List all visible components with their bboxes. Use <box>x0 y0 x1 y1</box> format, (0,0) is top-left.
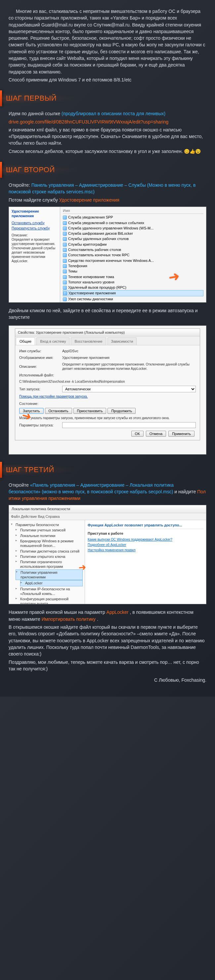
arrow-annotation-icon: ➜ <box>78 561 86 574</box>
cancel-button[interactable]: Отмена <box>146 431 166 437</box>
secpol-info-link[interactable]: Какие выпуски ОС Windows поддерживают Ap… <box>88 537 204 542</box>
service-row[interactable]: Телефония <box>63 263 204 269</box>
step3-after3: Поздравляю, мои любимые, теперь можете к… <box>9 659 206 673</box>
service-row[interactable]: Тополог канального уровня <box>63 280 204 285</box>
service-row[interactable]: Служба уведомления SPP <box>63 215 204 220</box>
step2-path-blue: Панель управления – Администрирование – … <box>9 183 196 194</box>
services-restart-link[interactable]: Перезапустить службу <box>11 226 57 231</box>
step1-hint-blue: (продублировал в описании поста для лени… <box>62 111 165 116</box>
params-label: Параметры запуска: <box>19 423 62 428</box>
service-row[interactable]: Сопоставитель рабочих столов <box>63 247 204 252</box>
apply-button[interactable]: Применить <box>168 431 194 437</box>
step1-text3: Список веселых дебилов, которые заслужил… <box>9 149 183 154</box>
service-name-label: Имя службы: <box>19 348 62 353</box>
ok-button[interactable]: ОК <box>131 431 144 437</box>
step3-intro: Откройте «Панель управления – Администри… <box>9 482 206 502</box>
description-label: Описание: <box>19 364 62 369</box>
service-row[interactable]: Служба шифрования дисков BitLocker <box>63 231 204 236</box>
tree-item[interactable]: Брандмауэр Windows в режиме повышенной б… <box>16 538 83 549</box>
intro-block: Многие из вас, сталкивались с неприятным… <box>9 8 206 83</box>
display-name-value: Удостоверение приложения <box>62 355 196 360</box>
tree-item[interactable]: Конфигурация расширенной политики аудита <box>16 596 83 604</box>
exe-value: C:\Windows\system32\svchost.exe -k Local… <box>19 379 196 384</box>
service-row[interactable]: Теневое копирование тома <box>63 274 204 280</box>
step1-drive-link[interactable]: drive.google.com/file/d/0B28hnCUFU3LlVFV… <box>9 119 168 124</box>
services-sidebar: Удостоверение приложения Остановить служ… <box>9 207 60 302</box>
step3-after: Нажмите правой кнопкой мыши на параметр … <box>9 609 206 683</box>
secpol-panel-sub: Приступая к работе <box>88 531 204 536</box>
service-row[interactable]: Сопоставитель конечных точек RPC <box>63 252 204 258</box>
stop-button[interactable]: Остановить <box>45 408 72 414</box>
intro-line2: Способ применим для Windows 7 и её потом… <box>9 76 206 83</box>
tree-item-applocker[interactable]: AppLocker <box>20 580 83 586</box>
properties-tabs: Общие Вход в систему Восстановление Зави… <box>15 336 200 345</box>
tab-logon[interactable]: Вход в систему <box>36 337 70 345</box>
exe-label: Исполняемый файл: <box>19 373 62 377</box>
params-input[interactable] <box>62 422 196 428</box>
step1-emoji: 😊👍😉 <box>184 149 201 154</box>
tree-item[interactable]: Политики учетных записей <box>16 527 83 533</box>
tab-general[interactable]: Общие <box>16 337 35 345</box>
step2-intro: Откройте: Панель управления – Администри… <box>9 182 206 203</box>
startup-type-select[interactable]: Автоматически <box>62 386 196 392</box>
step1-header: ШАГ ПЕРВЫЙ <box>0 91 206 106</box>
tree-item-app-policies[interactable]: Политики управления приложениями <box>16 570 83 581</box>
tab-deps[interactable]: Зависимости <box>108 337 137 345</box>
tree-item[interactable]: Политики диспетчера списка сетей <box>16 549 83 554</box>
service-row-highlight[interactable]: Удостоверение приложения <box>63 290 204 296</box>
tree-item[interactable]: Политики ограниченного использования про… <box>16 559 83 570</box>
service-row[interactable]: Службы криптографии <box>63 242 204 247</box>
services-desc-text: Определяет и проверяет удостоверение при… <box>11 237 57 263</box>
step3-after2: В открывшемся окошке найдите файл которы… <box>9 624 206 657</box>
secpol-info-link[interactable]: Настройка применения правил <box>88 548 204 552</box>
step2-title: ШАГ ВТОРОЙ <box>6 165 55 175</box>
step3-bar <box>0 462 2 478</box>
step3-open-label: Откройте <box>9 482 30 488</box>
secpol-main-panel: Функция AppLocker позволяет управлять до… <box>85 520 206 604</box>
step2-bar <box>0 162 2 178</box>
service-properties-screenshot: Свойства: Удостоверение приложения (Лока… <box>9 325 206 455</box>
step1-body: Идем по данной ссылке (продублировал в о… <box>9 110 206 154</box>
step3-path-blue: «Панель управления – Администрирование –… <box>9 482 174 494</box>
services-sidebar-title: Удостоверение приложения <box>11 209 57 218</box>
service-row[interactable]: Служба уведомлений о системных событиях <box>63 220 204 226</box>
status-label: Состояние: <box>19 401 62 406</box>
step2-header: ШАГ ВТОРОЙ <box>0 162 206 178</box>
service-row[interactable]: Службы удаленных рабочих столов <box>63 236 204 241</box>
service-row[interactable]: Узел системы диагностики <box>63 296 204 302</box>
step3-header: ШАГ ТРЕТИЙ <box>0 462 206 478</box>
step1-text1: Идем по данной ссылке <box>9 111 60 116</box>
services-screenshot: Удостоверение приложения Остановить служ… <box>9 207 206 302</box>
tree-item[interactable]: Политики открытого ключа <box>16 554 83 559</box>
description-value: Определяет и проверяет удостоверение при… <box>62 362 196 371</box>
step1-title: ШАГ ПЕРВЫЙ <box>6 93 57 103</box>
secpol-tree: Параметры безопасности Политики учетных … <box>9 520 85 604</box>
service-row[interactable]: Служба удаленного управления Windows (WS… <box>63 226 204 231</box>
services-col-header: Имя <box>63 208 204 214</box>
params-note: Можно указать параметры запуска, применя… <box>19 416 196 420</box>
tree-item[interactable]: Политики IP-безопасности на «Локальный к… <box>16 586 83 597</box>
tab-recovery[interactable]: Восстановление <box>71 337 106 345</box>
secpol-info-link[interactable]: Подробнее об AppLocker <box>88 542 204 547</box>
tree-root[interactable]: Параметры безопасности <box>11 522 83 527</box>
step1-bar <box>0 91 2 106</box>
display-name-label: Отображаемое имя: <box>19 355 62 360</box>
step3-applocker-orange: AppLocker <box>106 609 129 615</box>
resume-button[interactable]: Продолжить <box>108 408 136 414</box>
tree-item[interactable]: Локальные политики <box>16 533 83 538</box>
step3-rclick-text3: . <box>97 616 98 622</box>
services-desc-label: Описание: <box>11 233 57 237</box>
step2-service-name-orange: Удостоверение приложения <box>59 197 119 203</box>
secpol-menu[interactable]: Файл Действие Вид Справка <box>9 513 206 520</box>
service-row[interactable]: Темы <box>63 269 204 274</box>
properties-title: Свойства: Удостоверение приложения (Лока… <box>15 329 200 336</box>
services-stop-link[interactable]: Остановить службу <box>11 221 57 225</box>
properties-window: Свойства: Удостоверение приложения (Лока… <box>15 328 200 441</box>
step3-rclick-text1: Нажмите правой кнопкой мыши на параметр <box>9 609 106 615</box>
pause-button[interactable]: Приостановить <box>73 408 106 414</box>
service-row[interactable]: Узел универсальных PNP-устройств <box>63 302 204 302</box>
startup-help-link[interactable]: Помощь при настройке параметров запуска. <box>19 395 88 398</box>
service-row[interactable]: Средство построения конечных точек Windo… <box>63 258 204 263</box>
step2-find-label: Потом найдите службу <box>9 197 59 203</box>
service-row[interactable]: Удаленный вызов процедур (RPC) <box>63 285 204 290</box>
